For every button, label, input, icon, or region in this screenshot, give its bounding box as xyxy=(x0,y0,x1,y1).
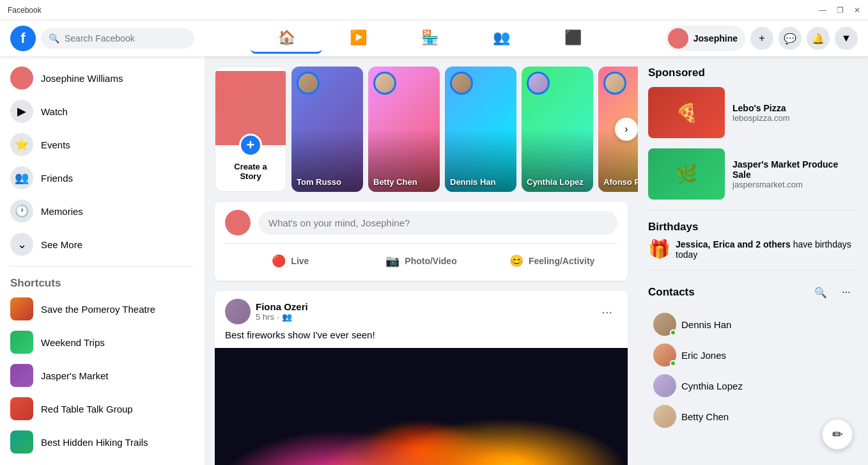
story-name-betty: Betty Chen xyxy=(373,177,435,187)
facebook-logo[interactable]: f xyxy=(10,26,36,51)
contact-dennis[interactable]: Dennis Han xyxy=(648,309,858,340)
photo-icon: 📷 xyxy=(385,254,399,268)
messenger-btn[interactable]: 💬 xyxy=(779,27,802,50)
close-btn[interactable]: ✕ xyxy=(854,6,860,15)
contact-name-eric: Eric Jones xyxy=(681,350,726,361)
ad-jaspers[interactable]: 🌿 Jasper's Market Produce Sale jaspersma… xyxy=(648,148,858,200)
ad-name-pizza: Lebo's Pizza xyxy=(732,103,858,113)
sidebar-item-events[interactable]: ⭐ Events xyxy=(5,128,199,161)
notifications-btn[interactable]: 🔔 xyxy=(807,27,830,50)
story-card-tom[interactable]: Tom Russo xyxy=(291,67,363,192)
nav-home-btn[interactable]: 🏠 xyxy=(251,23,322,54)
photo-label: Photo/Video xyxy=(405,256,456,266)
nav-marketplace-btn[interactable]: 🏪 xyxy=(394,23,465,54)
post-box-avatar xyxy=(225,210,251,235)
post-input[interactable] xyxy=(258,211,617,235)
shortcut-red-table[interactable]: Red Table Talk Group xyxy=(5,392,199,425)
story-card-betty[interactable]: Betty Chen xyxy=(368,67,440,192)
shortcut-hiking[interactable]: Best Hidden Hiking Trails xyxy=(5,425,199,459)
user-name: Josephine xyxy=(694,33,738,43)
ad-url-pizza: lebospizza.com xyxy=(732,113,858,123)
watch-label: Watch xyxy=(41,106,68,117)
contacts-search-btn[interactable]: 🔍 xyxy=(809,281,832,304)
window-controls: — ❐ ✕ xyxy=(819,6,860,15)
see-more-icon: ⌄ xyxy=(10,233,33,256)
shortcut-jaspers-market[interactable]: Jasper's Market xyxy=(5,359,199,392)
search-icon: 🔍 xyxy=(49,33,59,43)
chat-icon: ✏ xyxy=(832,427,843,442)
birthday-text: Jessica, Erica and 2 others have birthda… xyxy=(676,239,858,260)
minimize-btn[interactable]: — xyxy=(819,6,826,15)
birthday-item: 🎁 Jessica, Erica and 2 others have birth… xyxy=(648,239,858,260)
shortcut-label-redtable: Red Table Talk Group xyxy=(41,404,133,414)
contact-avatar-betty xyxy=(653,405,676,428)
events-icon: ⭐ xyxy=(10,133,33,156)
feed: + Create aStory Tom Russo Betty Chen xyxy=(205,56,638,465)
nav-center: 🏠 ▶️ 🏪 👥 ⬛ xyxy=(251,23,608,54)
story-card-cynthia[interactable]: Cynthia Lopez xyxy=(522,67,593,192)
story-avatar-betty xyxy=(373,72,396,95)
create-btn[interactable]: + xyxy=(750,27,773,50)
shortcut-weekend-trips[interactable]: Weekend Trips xyxy=(5,326,199,359)
photo-video-btn[interactable]: 📷 Photo/Video xyxy=(356,249,487,273)
post-box: 🔴 Live 📷 Photo/Video 😊 Feeling/Activity xyxy=(215,202,628,281)
sponsored-title: Sponsored xyxy=(648,67,858,79)
sidebar-item-memories[interactable]: 🕐 Memories xyxy=(5,194,199,228)
shortcut-icon-hiking xyxy=(10,430,33,453)
online-dot-eric xyxy=(670,360,676,366)
post-image xyxy=(215,348,628,465)
ad-info-pizza: Lebo's Pizza lebospizza.com xyxy=(732,103,858,123)
sidebar-item-watch[interactable]: ▶ Watch xyxy=(5,95,199,128)
sidebar-left: Josephine Williams ▶ Watch ⭐ Events 👥 Fr… xyxy=(0,56,205,465)
poster-info: Fiona Ozeri 5 hrs · 👥 xyxy=(256,301,308,322)
friends-label: Friends xyxy=(41,173,73,184)
contact-cynthia[interactable]: Cynthia Lopez xyxy=(648,370,858,401)
stories-section: + Create aStory Tom Russo Betty Chen xyxy=(215,67,628,192)
main-layout: Josephine Williams ▶ Watch ⭐ Events 👥 Fr… xyxy=(0,56,868,465)
feeling-btn[interactable]: 😊 Feeling/Activity xyxy=(486,249,617,273)
poster-avatar[interactable] xyxy=(225,299,251,324)
contacts-title: Contacts xyxy=(648,286,695,299)
profile-name: Josephine Williams xyxy=(41,73,123,84)
shortcut-save-theatre[interactable]: Save the Pomeroy Theatre xyxy=(5,292,199,326)
contacts-more-btn[interactable]: ··· xyxy=(835,281,858,304)
live-icon: 🔴 xyxy=(272,254,286,268)
contact-eric[interactable]: Eric Jones xyxy=(648,340,858,370)
account-menu-btn[interactable]: ▼ xyxy=(835,27,858,50)
birthdays-title: Birthdays xyxy=(648,221,858,233)
birthdays-section: Birthdays 🎁 Jessica, Erica and 2 others … xyxy=(648,221,858,260)
chat-floating-btn[interactable]: ✏ xyxy=(822,419,853,450)
right-divider-1 xyxy=(648,210,858,210)
maximize-btn[interactable]: ❐ xyxy=(837,6,844,15)
shortcut-label-save-theatre: Save the Pomeroy Theatre xyxy=(41,304,155,315)
ad-lebos-pizza[interactable]: 🍕 Lebo's Pizza lebospizza.com xyxy=(648,87,858,138)
live-label: Live xyxy=(291,256,309,266)
sidebar-divider xyxy=(10,266,194,267)
online-dot-dennis xyxy=(670,329,676,336)
nav-reels-btn[interactable]: ⬛ xyxy=(537,23,608,54)
nav-watch-btn[interactable]: ▶️ xyxy=(322,23,394,54)
shortcut-icon-redtable xyxy=(10,397,33,420)
sidebar-item-friends[interactable]: 👥 Friends xyxy=(5,161,199,194)
create-story-card[interactable]: + Create aStory xyxy=(215,67,286,192)
post-dot: · xyxy=(277,312,279,322)
sidebar-see-more[interactable]: ⌄ See More xyxy=(5,228,199,261)
nav-groups-btn[interactable]: 👥 xyxy=(465,23,537,54)
search-input[interactable] xyxy=(65,33,187,43)
shortcut-label-weekend: Weekend Trips xyxy=(41,337,105,348)
story-name-afonso: Afonso Pinto xyxy=(603,177,638,187)
sidebar-item-profile[interactable]: Josephine Williams xyxy=(5,61,199,95)
user-profile-pill[interactable]: Josephine xyxy=(665,26,745,51)
live-btn[interactable]: 🔴 Live xyxy=(225,249,356,273)
story-card-dennis[interactable]: Dennis Han xyxy=(445,67,516,192)
birthday-icon: 🎁 xyxy=(648,239,670,260)
create-story-label: Create aStory xyxy=(234,162,267,181)
contact-name-betty: Betty Chen xyxy=(681,411,729,422)
poster-name[interactable]: Fiona Ozeri xyxy=(256,301,308,312)
contact-avatar-cynthia xyxy=(653,374,676,397)
post-more-btn[interactable]: ··· xyxy=(596,302,617,322)
shortcut-icon-save-theatre xyxy=(10,297,33,320)
search-box[interactable]: 🔍 xyxy=(41,28,194,49)
contact-name-cynthia: Cynthia Lopez xyxy=(681,381,743,391)
stories-next-btn[interactable]: › xyxy=(615,118,638,141)
